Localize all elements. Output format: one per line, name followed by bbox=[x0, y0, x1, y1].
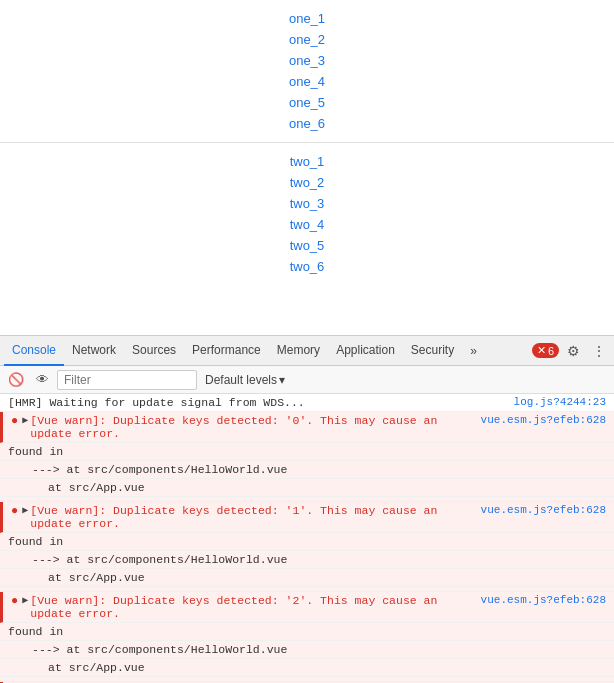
tab-console[interactable]: Console bbox=[4, 336, 64, 366]
msg-text-detail: at src/App.vue bbox=[48, 481, 145, 494]
list-item[interactable]: two_4 bbox=[290, 214, 325, 235]
console-msg-detail: at src/App.vue bbox=[0, 659, 614, 677]
msg-link[interactable]: vue.esm.js?efeb:628 bbox=[481, 594, 606, 606]
console-msg-detail: found in bbox=[0, 623, 614, 641]
list-item[interactable]: one_5 bbox=[289, 92, 325, 113]
list-item[interactable]: one_2 bbox=[289, 29, 325, 50]
tabs-bar: ConsoleNetworkSourcesPerformanceMemoryAp… bbox=[0, 336, 614, 366]
msg-text-detail: ---> at src/components/HelloWorld.vue bbox=[32, 463, 287, 476]
error-icon: ● bbox=[11, 414, 18, 428]
eye-btn[interactable]: 👁 bbox=[32, 370, 53, 389]
list-item[interactable]: one_1 bbox=[289, 8, 325, 29]
list-item[interactable]: two_6 bbox=[290, 256, 325, 277]
arrow-icon: ▶ bbox=[22, 594, 28, 606]
filter-input[interactable] bbox=[57, 370, 197, 390]
list-item[interactable]: two_3 bbox=[290, 193, 325, 214]
arrow-icon: ▶ bbox=[22, 414, 28, 426]
levels-dropdown[interactable]: Default levels ▾ bbox=[201, 371, 289, 389]
msg-text-detail: found in bbox=[8, 445, 63, 458]
error-icon: ● bbox=[11, 594, 18, 608]
console-msg-detail: ---> at src/components/HelloWorld.vue bbox=[0, 551, 614, 569]
msg-link[interactable]: vue.esm.js?efeb:628 bbox=[481, 414, 606, 426]
console-msg-detail: found in bbox=[0, 533, 614, 551]
console-msg-info: [HMR] Waiting for update signal from WDS… bbox=[0, 394, 614, 412]
tab-performance[interactable]: Performance bbox=[184, 336, 269, 366]
console-msg-detail: ---> at src/components/HelloWorld.vue bbox=[0, 641, 614, 659]
clear-console-btn[interactable]: 🚫 bbox=[4, 370, 28, 389]
error-icon-small: ✕ bbox=[537, 344, 546, 357]
console-messages[interactable]: [HMR] Waiting for update signal from WDS… bbox=[0, 394, 614, 683]
tab-application[interactable]: Application bbox=[328, 336, 403, 366]
console-msg-detail: at src/App.vue bbox=[0, 479, 614, 497]
tab-memory[interactable]: Memory bbox=[269, 336, 328, 366]
separator bbox=[0, 142, 614, 143]
list-item[interactable]: two_5 bbox=[290, 235, 325, 256]
console-msg-error: ●▶[Vue warn]: Duplicate keys detected: '… bbox=[0, 412, 614, 443]
main-content: one_1one_2one_3one_4one_5one_6 two_1two_… bbox=[0, 0, 614, 335]
msg-link[interactable]: log.js?4244:23 bbox=[514, 396, 606, 408]
msg-text: [Vue warn]: Duplicate keys detected: '0'… bbox=[30, 414, 480, 440]
list-item[interactable]: one_4 bbox=[289, 71, 325, 92]
levels-label: Default levels bbox=[205, 373, 277, 387]
group-two: two_1two_2two_3two_4two_5two_6 bbox=[290, 151, 325, 277]
group-one: one_1one_2one_3one_4one_5one_6 bbox=[289, 8, 325, 134]
list-item[interactable]: one_6 bbox=[289, 113, 325, 134]
console-msg-detail: ---> at src/components/HelloWorld.vue bbox=[0, 461, 614, 479]
console-toolbar: 🚫 👁 Default levels ▾ bbox=[0, 366, 614, 394]
msg-text-detail: ---> at src/components/HelloWorld.vue bbox=[32, 553, 287, 566]
console-msg-detail: found in bbox=[0, 443, 614, 461]
msg-link[interactable]: vue.esm.js?efeb:628 bbox=[481, 504, 606, 516]
tab-network[interactable]: Network bbox=[64, 336, 124, 366]
msg-text-detail: found in bbox=[8, 535, 63, 548]
chevron-down-icon: ▾ bbox=[279, 373, 285, 387]
error-count: 6 bbox=[548, 345, 554, 357]
msg-text-detail: found in bbox=[8, 625, 63, 638]
msg-text-detail: at src/App.vue bbox=[48, 571, 145, 584]
arrow-icon: ▶ bbox=[22, 504, 28, 516]
error-icon: ● bbox=[11, 504, 18, 518]
list-item[interactable]: two_2 bbox=[290, 172, 325, 193]
list-item[interactable]: one_3 bbox=[289, 50, 325, 71]
more-tabs-btn[interactable]: » bbox=[464, 340, 483, 362]
devtools-panel: ConsoleNetworkSourcesPerformanceMemoryAp… bbox=[0, 335, 614, 683]
tabs-container: ConsoleNetworkSourcesPerformanceMemoryAp… bbox=[4, 336, 462, 366]
tab-security[interactable]: Security bbox=[403, 336, 462, 366]
console-msg-error: ●▶[Vue warn]: Duplicate keys detected: '… bbox=[0, 502, 614, 533]
msg-text-detail: at src/App.vue bbox=[48, 661, 145, 674]
error-badge: ✕ 6 bbox=[532, 343, 559, 358]
more-icon[interactable]: ⋮ bbox=[588, 341, 610, 361]
msg-text: [Vue warn]: Duplicate keys detected: '2'… bbox=[30, 594, 480, 620]
msg-text-detail: ---> at src/components/HelloWorld.vue bbox=[32, 643, 287, 656]
tab-sources[interactable]: Sources bbox=[124, 336, 184, 366]
list-item[interactable]: two_1 bbox=[290, 151, 325, 172]
settings-icon[interactable]: ⚙ bbox=[563, 341, 584, 361]
msg-text: [HMR] Waiting for update signal from WDS… bbox=[8, 396, 514, 409]
console-msg-error: ●▶[Vue warn]: Duplicate keys detected: '… bbox=[0, 592, 614, 623]
console-msg-detail: at src/App.vue bbox=[0, 569, 614, 587]
msg-text: [Vue warn]: Duplicate keys detected: '1'… bbox=[30, 504, 480, 530]
